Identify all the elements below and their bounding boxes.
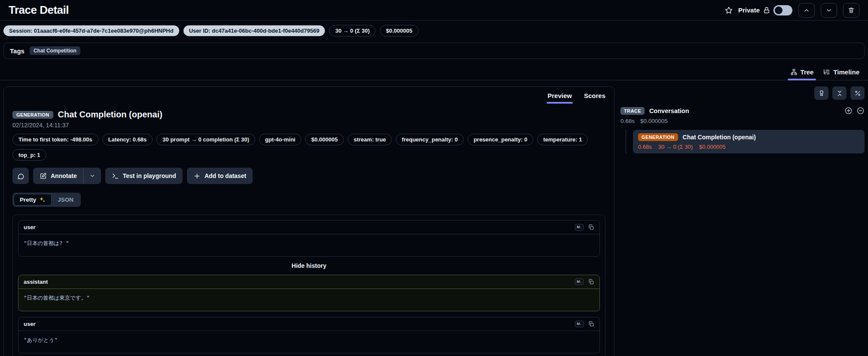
node-title: Chat Completion (openai) — [683, 134, 756, 141]
lock-icon — [763, 6, 770, 14]
generation-type-badge: GENERATION — [12, 111, 53, 119]
meta-badges-row: Session: 01aaacf6-e0fe-457d-a7de-7c1ee08… — [0, 21, 868, 40]
markdown-icon[interactable]: M↓ — [575, 321, 584, 328]
top-bar-actions: Private — [724, 3, 859, 18]
content-area: Preview Scores GENERATION Chat Completio… — [0, 80, 868, 356]
page-title: Trace Detail — [9, 3, 69, 17]
annotate-dropdown-button[interactable] — [84, 168, 101, 184]
pill-time-to-first-token: Time to first token: -498.00s — [12, 134, 98, 145]
comment-button[interactable] — [12, 168, 29, 184]
format-toggle: Pretty JSON — [12, 193, 81, 207]
message-header: user M↓ — [18, 221, 599, 234]
tab-preview[interactable]: Preview — [547, 92, 572, 104]
observation-timestamp: 02/12/2024, 14:11:37 — [12, 122, 605, 129]
favorite-star-button[interactable] — [724, 6, 733, 15]
copy-icon — [588, 321, 594, 327]
message-content: "日本の首都は? " — [18, 234, 599, 256]
tags-section: Tags Chat Competition — [3, 43, 865, 59]
award-icon — [818, 90, 825, 97]
privacy-label: Private — [738, 6, 760, 14]
pill-stream: stream: true — [348, 134, 392, 145]
minus-circle-icon — [856, 107, 865, 115]
tab-scores[interactable]: Scores — [584, 92, 605, 104]
markdown-icon[interactable]: M↓ — [575, 279, 584, 285]
trace-detail-page: Trace Detail Private — [0, 0, 868, 356]
plus-circle-icon — [844, 107, 853, 115]
trace-root-row[interactable]: TRACE Conversation — [620, 107, 865, 115]
chevrons-collapse-icon — [836, 90, 843, 97]
markdown-icon[interactable]: M↓ — [575, 224, 584, 231]
trace-stats: 0.68s $0.000005 — [620, 118, 865, 124]
annotate-button[interactable]: Annotate — [33, 168, 83, 184]
pill-model[interactable]: gpt-4o-mini — [259, 134, 302, 145]
metrics-pill-row: Time to first token: -498.00s Latency: 0… — [12, 134, 605, 161]
copy-button[interactable] — [588, 279, 594, 285]
tags-label: Tags — [10, 47, 24, 55]
test-in-playground-button[interactable]: Test in playground — [105, 168, 183, 184]
copy-button[interactable] — [588, 321, 594, 327]
copy-icon — [588, 224, 594, 230]
top-bar: Trace Detail Private — [0, 0, 868, 21]
message-content: "日本の首都は東京です。" — [18, 289, 599, 311]
tab-tree[interactable]: Tree — [787, 68, 817, 80]
observation-header: GENERATION Chat Completion (openai) — [12, 110, 605, 120]
copy-icon — [588, 279, 594, 285]
scores-toggle-button[interactable] — [814, 86, 828, 100]
node-stats: 0.68s 30 → 0 (Σ 30) $0.000005 — [638, 144, 859, 150]
message-assistant-1: assistant M↓ "日本の首都は東京です。" — [18, 275, 600, 311]
privacy-toggle[interactable] — [773, 5, 792, 15]
privacy-control: Private — [738, 5, 792, 15]
user-id-badge[interactable]: User ID: dc47a41e-06bc-400d-bde1-f0e440d… — [183, 25, 325, 36]
json-toggle[interactable]: JSON — [52, 194, 79, 206]
sidebar-toolbar — [620, 86, 865, 100]
generation-badge: GENERATION — [638, 133, 678, 141]
terminal-icon — [112, 172, 119, 180]
percent-icon — [854, 90, 861, 97]
annotate-split-button: Annotate — [33, 168, 101, 184]
message-role: assistant — [24, 279, 48, 285]
chevron-down-icon — [825, 7, 832, 14]
message-role: user — [24, 224, 35, 230]
pill-temperature: temperature: 1 — [537, 134, 588, 145]
metrics-toggle-button[interactable] — [850, 86, 865, 100]
tag-chip[interactable]: Chat Competition — [30, 46, 80, 55]
tree-guide-line — [626, 130, 626, 153]
panel-tabs: Preview Scores — [4, 87, 614, 104]
tab-timeline[interactable]: Timeline — [819, 68, 863, 80]
messages-container: user M↓ "日本の首都は? " — [12, 215, 605, 356]
pretty-toggle[interactable]: Pretty — [14, 194, 52, 206]
session-badge[interactable]: Session: 01aaacf6-e0fe-457d-a7de-7c1ee08… — [3, 25, 179, 36]
observation-panel: Preview Scores GENERATION Chat Completio… — [3, 86, 614, 356]
collapse-all-button[interactable] — [832, 86, 847, 100]
next-trace-button[interactable] — [821, 3, 837, 18]
trace-latency: 0.68s — [620, 118, 635, 124]
collapse-node-button[interactable] — [856, 107, 865, 115]
message-header-icons: M↓ — [575, 279, 594, 285]
add-to-dataset-button[interactable]: Add to dataset — [187, 168, 253, 184]
tree-expand-controls — [844, 107, 865, 115]
message-user-2: user M↓ "ありがとう" — [18, 317, 600, 353]
message-header-icons: M↓ — [575, 321, 594, 328]
tab-timeline-label: Timeline — [833, 68, 859, 76]
toggle-knob — [775, 6, 782, 14]
annotate-pencil-icon — [40, 172, 47, 180]
actions-row: Annotate Test in playgroun — [12, 168, 605, 184]
tree-node-row: GENERATION Chat Completion (openai) 0.68… — [620, 130, 865, 153]
delete-trace-button[interactable] — [843, 3, 859, 18]
add-to-dataset-label: Add to dataset — [205, 172, 246, 179]
message-header: user M↓ — [18, 317, 599, 331]
trace-title: Conversation — [649, 107, 689, 114]
view-tabs-bar: Tree Timeline — [0, 62, 868, 80]
sparkles-icon — [39, 196, 46, 203]
copy-button[interactable] — [588, 224, 594, 230]
star-icon — [724, 6, 733, 15]
node-cost: $0.000005 — [699, 144, 725, 150]
comment-icon — [17, 172, 24, 180]
hide-history-button[interactable]: Hide history — [18, 257, 600, 275]
previous-trace-button[interactable] — [798, 3, 815, 18]
tree-node-generation[interactable]: GENERATION Chat Completion (openai) 0.68… — [633, 130, 865, 153]
expand-all-button[interactable] — [844, 107, 853, 115]
cost-badge: $0.000005 — [380, 25, 418, 37]
pill-top-p: top_p: 1 — [12, 149, 46, 161]
tree-icon — [790, 68, 798, 76]
